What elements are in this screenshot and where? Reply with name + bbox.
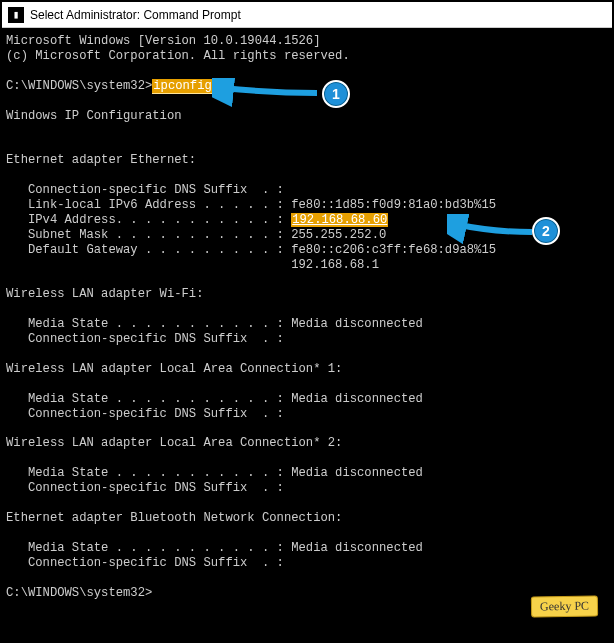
eth-ipv4-value: 192.168.68.60: [291, 213, 388, 227]
eth-ipv6-value: fe80::1d85:f0d9:81a0:bd3b%15: [291, 198, 496, 212]
terminal-output[interactable]: Microsoft Windows [Version 10.0.19044.15…: [2, 28, 612, 604]
lac2-title: Wireless LAN adapter Local Area Connecti…: [6, 436, 342, 450]
eth-ipv4-label: IPv4 Address. . . . . . . . . . . :: [6, 213, 291, 227]
prompt-path-2: C:\WINDOWS\system32>: [6, 586, 152, 600]
bt-media-value: Media disconnected: [291, 541, 423, 555]
prompt-path: C:\WINDOWS\system32>: [6, 79, 152, 93]
eth-dns-suffix: Connection-specific DNS Suffix . :: [6, 183, 284, 197]
eth-gw-label: Default Gateway . . . . . . . . . :: [6, 243, 291, 257]
wifi-dns-label: Connection-specific DNS Suffix . :: [6, 332, 284, 346]
lac2-media-value: Media disconnected: [291, 466, 423, 480]
window-title: Select Administrator: Command Prompt: [30, 8, 241, 22]
wifi-title: Wireless LAN adapter Wi-Fi:: [6, 287, 203, 301]
annotation-badge-2: 2: [532, 217, 560, 245]
cmd-icon: ▮: [8, 7, 24, 23]
eth-gw-indent: [6, 258, 291, 272]
lac1-title: Wireless LAN adapter Local Area Connecti…: [6, 362, 342, 376]
watermark: Geeky PC: [531, 595, 598, 617]
eth-mask-label: Subnet Mask . . . . . . . . . . . :: [6, 228, 291, 242]
copyright-line: (c) Microsoft Corporation. All rights re…: [6, 49, 350, 63]
bt-title: Ethernet adapter Bluetooth Network Conne…: [6, 511, 342, 525]
lac1-media-label: Media State . . . . . . . . . . . :: [6, 392, 291, 406]
lac2-dns-label: Connection-specific DNS Suffix . :: [6, 481, 284, 495]
bt-dns-label: Connection-specific DNS Suffix . :: [6, 556, 284, 570]
cmd-window: ▮ Select Administrator: Command Prompt M…: [0, 0, 614, 643]
wifi-media-label: Media State . . . . . . . . . . . :: [6, 317, 291, 331]
command-ipconfig: ipconfig: [152, 79, 213, 94]
ip-config-header: Windows IP Configuration: [6, 109, 182, 123]
ethernet-title: Ethernet adapter Ethernet:: [6, 153, 196, 167]
lac2-media-label: Media State . . . . . . . . . . . :: [6, 466, 291, 480]
annotation-badge-1: 1: [322, 80, 350, 108]
eth-ipv6-label: Link-local IPv6 Address . . . . . :: [6, 198, 291, 212]
eth-mask-value: 255.255.252.0: [291, 228, 386, 242]
bt-media-label: Media State . . . . . . . . . . . :: [6, 541, 291, 555]
lac1-dns-label: Connection-specific DNS Suffix . :: [6, 407, 284, 421]
wifi-media-value: Media disconnected: [291, 317, 423, 331]
titlebar[interactable]: ▮ Select Administrator: Command Prompt: [2, 2, 612, 28]
lac1-media-value: Media disconnected: [291, 392, 423, 406]
eth-gw-value2: 192.168.68.1: [291, 258, 379, 272]
os-version-line: Microsoft Windows [Version 10.0.19044.15…: [6, 34, 321, 48]
eth-gw-value1: fe80::c206:c3ff:fe68:d9a8%15: [291, 243, 496, 257]
